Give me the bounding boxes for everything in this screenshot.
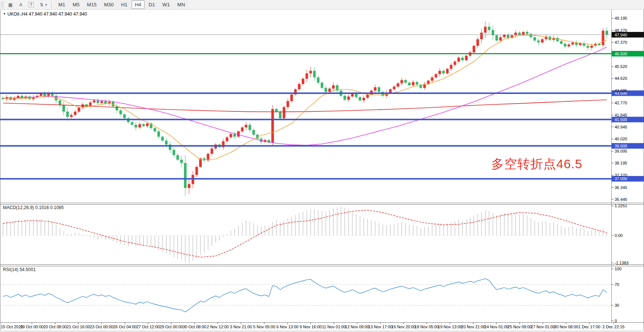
candlestick xyxy=(135,125,137,127)
toolbar-separator xyxy=(51,1,52,9)
candlestick xyxy=(473,46,475,52)
candlestick xyxy=(590,46,593,48)
price-axis-label: 44.620 xyxy=(615,76,627,81)
candlestick xyxy=(431,77,433,81)
price-axis-label: 48.270 xyxy=(615,28,627,33)
candlestick xyxy=(233,134,236,137)
time-axis-label: 30 Oct 08:00 xyxy=(183,325,206,329)
candlestick xyxy=(305,74,308,79)
time-axis-label: 27 Oct 12:00 xyxy=(136,325,160,329)
candlestick xyxy=(484,27,486,33)
candlestick xyxy=(313,71,316,78)
time-axis-label: 16 Nov 20:00 xyxy=(391,325,415,329)
candlestick xyxy=(533,37,536,40)
candlestick xyxy=(438,71,441,74)
time-axis-label: 13 Nov 17:00 xyxy=(368,325,392,329)
time-axis-label: 30 Nov 08:00 xyxy=(554,325,578,329)
candlestick xyxy=(586,46,589,48)
candlestick xyxy=(275,109,278,111)
candlestick xyxy=(279,112,282,118)
candlestick xyxy=(100,101,103,103)
time-axis-label: 24 Nov 01:00 xyxy=(484,325,508,329)
price-axis-label: 45.520 xyxy=(615,64,627,69)
candlestick xyxy=(446,69,449,73)
time-axis-label: 1 Dec 17:00 xyxy=(578,325,600,329)
candlestick xyxy=(567,45,570,46)
chart-text-annotation[interactable]: 多空转折点46.5 xyxy=(491,156,582,173)
candlestick xyxy=(450,65,452,69)
candlestick xyxy=(397,83,399,87)
candlestick xyxy=(237,131,240,137)
timeframe-m15-button[interactable]: M15 xyxy=(84,0,100,9)
swap-arrows-icon[interactable]: ⇅ xyxy=(38,1,46,9)
rsi-indicator-label: RSI(14) 54.5001 xyxy=(3,267,36,272)
candlestick xyxy=(415,82,418,85)
candlestick xyxy=(241,127,243,131)
candlestick xyxy=(347,97,350,100)
macd-axis-label: 1.2251 xyxy=(615,204,627,208)
candlestick xyxy=(526,32,528,34)
timeframe-m30-button[interactable]: M30 xyxy=(101,0,117,9)
candlestick xyxy=(59,100,61,105)
candlestick xyxy=(165,141,168,145)
candlestick xyxy=(123,114,126,118)
macd-axis-label: 0.00 xyxy=(615,233,622,238)
timeframe-d1-button[interactable]: D1 xyxy=(145,0,158,9)
candlestick xyxy=(359,97,361,101)
toolbar-grip[interactable] xyxy=(1,1,4,8)
candlestick xyxy=(518,33,521,35)
candlestick xyxy=(572,42,574,44)
time-axis-label: 2 Dec 22:15 xyxy=(602,325,624,329)
candlestick xyxy=(70,115,72,117)
macd-axis-label: -1.1383 xyxy=(615,261,628,265)
candlestick xyxy=(195,167,198,175)
candlestick xyxy=(495,35,498,40)
time-axis-label: 12 Nov 09:00 xyxy=(345,325,369,329)
chart-title: ▼UKOil-,H4 47.940 47.940 47.940 47.940 xyxy=(3,12,87,17)
symbol-dropdown-icon[interactable]: ▼ xyxy=(3,12,6,16)
time-axis-label: 18 Nov 05:00 xyxy=(415,325,439,329)
price-axis-label: 36.345 xyxy=(615,185,627,190)
candlestick xyxy=(226,137,228,141)
time-axis-label: 29 Oct 00:00 xyxy=(160,325,183,329)
candlestick xyxy=(537,40,540,42)
candlestick xyxy=(408,83,411,85)
price-axis-label: 40.020 xyxy=(615,137,627,141)
candlestick xyxy=(499,37,502,40)
letter-a-icon[interactable]: A xyxy=(17,1,25,9)
candlestick xyxy=(366,94,369,98)
candlestick xyxy=(389,89,392,92)
candlestick xyxy=(97,100,99,103)
timeframe-m1-button[interactable]: M1 xyxy=(55,0,69,9)
rsi-axis-label: 70 xyxy=(615,282,619,287)
candlestick xyxy=(324,88,327,92)
timeframe-m5-button[interactable]: M5 xyxy=(69,0,83,9)
candlestick xyxy=(158,131,160,137)
text-label-icon[interactable]: T xyxy=(27,1,35,9)
candlestick xyxy=(93,100,96,102)
candlestick xyxy=(412,82,414,85)
candlestick xyxy=(116,106,118,110)
dropdown-caret-icon[interactable]: ▾ xyxy=(45,3,49,7)
time-axis-label: 20 Nov 21:00 xyxy=(461,325,485,329)
timeframe-w1-button[interactable]: W1 xyxy=(159,0,173,9)
candlestick xyxy=(131,122,133,125)
time-axis-label: 19 Oct 00:00 xyxy=(20,325,44,329)
candlestick xyxy=(492,30,494,35)
candlestick xyxy=(374,87,376,91)
candlestick xyxy=(184,163,187,188)
grid-dots-icon[interactable]: ▦ xyxy=(6,1,14,9)
candlestick xyxy=(442,71,445,74)
price-axis-label: 47.370 xyxy=(615,40,627,45)
timeframe-h4-button[interactable]: H4 xyxy=(132,0,145,9)
time-axis-label: 2 Nov 12:00 xyxy=(207,325,229,329)
price-axis-label: 49.195 xyxy=(615,16,627,20)
candlestick xyxy=(476,39,479,46)
time-axis-label: 20 Oct 08:00 xyxy=(43,325,67,329)
candlestick xyxy=(245,125,247,127)
timeframe-h1-button[interactable]: H1 xyxy=(118,0,131,9)
time-axis-label: 19 Nov 13:00 xyxy=(438,325,462,329)
candlestick xyxy=(283,107,285,118)
timeframe-mn-button[interactable]: MN xyxy=(174,0,188,9)
price-badge-label: 41.500 xyxy=(615,117,627,122)
